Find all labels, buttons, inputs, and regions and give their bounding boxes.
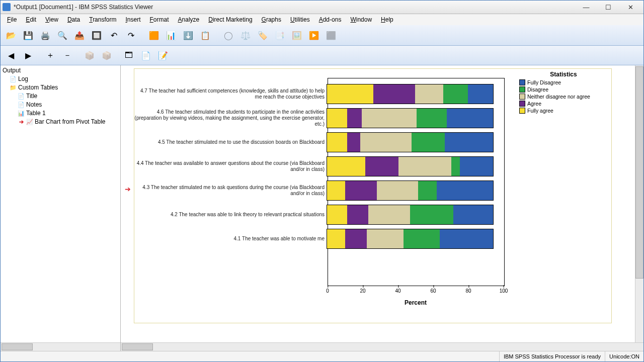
chart-row: 4.2 The teacher was able to link theory … <box>134 205 506 225</box>
show-icon[interactable]: 🗔 <box>121 48 136 63</box>
promote-icon[interactable]: ＋ <box>43 48 58 63</box>
bar-segment <box>347 205 369 224</box>
chart-row: 4.7 The teacher had sufficient competenc… <box>134 84 506 104</box>
bar-segment <box>404 229 440 248</box>
demote-icon[interactable]: － <box>60 48 75 63</box>
viewer-vscroll[interactable] <box>635 65 643 342</box>
bar-segment <box>377 181 419 200</box>
collapse-icon[interactable]: 📦 <box>99 48 114 63</box>
bar-segment <box>327 109 347 128</box>
toolbar-outline: ◀ ▶ ＋ － 📦 📦 🗔 📄 📝 <box>1 46 643 65</box>
select-cases-icon[interactable]: 📋 <box>198 28 213 43</box>
bar-segment <box>368 205 410 224</box>
menu-transform[interactable]: Transform <box>85 15 121 24</box>
menu-edit[interactable]: Edit <box>21 15 41 24</box>
outline-tree[interactable]: Output 📄Log 📁Custom Tables 📄Title 📄Notes… <box>1 65 120 342</box>
current-item-arrow-icon: ➔ <box>125 185 131 193</box>
menu-bar: FileEditViewDataTransformInsertFormatAna… <box>1 14 643 25</box>
outline-node-output[interactable]: Output <box>2 66 119 75</box>
bar-segment <box>437 181 493 200</box>
weight-cases-icon[interactable]: ⚖️ <box>238 28 253 43</box>
toolbar-main: 📂 💾 🖨️ 🔍 📤 🔲 ↶ ↷ 🟧 📊 ⬇️ 📋 ◯ ⚖️ 🏷️ 📑 🖼️ ▶… <box>1 25 643 46</box>
bar-segment <box>412 133 445 152</box>
menu-window[interactable]: Window <box>346 15 376 24</box>
bar-segment <box>410 205 453 224</box>
variables-icon[interactable]: ⬇️ <box>181 28 196 43</box>
split-file-icon[interactable]: ◯ <box>221 28 236 43</box>
viewer-content[interactable]: ➔ Statistics Fully Disagree Disagree Nei… <box>121 65 635 342</box>
menu-utilities[interactable]: Utilities <box>286 15 314 24</box>
close-button[interactable]: ✕ <box>619 2 641 13</box>
minimize-button[interactable]: — <box>575 2 597 13</box>
menu-insert[interactable]: Insert <box>121 15 145 24</box>
export-icon[interactable]: 📤 <box>72 28 87 43</box>
outline-node-bar-chart[interactable]: ➔📈Bar Chart from Pivot Table <box>2 118 119 126</box>
open-icon[interactable]: 📂 <box>4 28 19 43</box>
bar-segment <box>373 84 415 104</box>
goto-data-icon[interactable]: 🟧 <box>146 28 162 43</box>
forward-icon[interactable]: ▶ <box>21 48 36 63</box>
outline-node-table1[interactable]: 📊Table 1 <box>2 109 119 118</box>
outline-node-log[interactable]: 📄Log <box>2 75 119 83</box>
chart-row: 4.6 The teacher stimulated the students … <box>134 108 506 128</box>
chart-object[interactable]: Statistics Fully Disagree Disagree Neith… <box>134 68 612 323</box>
chart-row-label: 4.4 The teacher was available to answer … <box>134 156 327 176</box>
bar-segment <box>451 157 460 176</box>
legend-item: Agree <box>519 100 608 107</box>
table-icon: 📊 <box>18 110 25 117</box>
legend-title: Statistics <box>519 71 608 78</box>
chart-bar <box>327 180 494 201</box>
menu-file[interactable]: File <box>3 15 21 24</box>
status-unicode: Unicode:ON <box>605 351 643 361</box>
chart-row: 4.1 The teacher was able to motivate me <box>134 229 506 249</box>
run-icon[interactable]: ▶️ <box>306 28 321 43</box>
save-icon[interactable]: 💾 <box>21 28 36 43</box>
print-icon[interactable]: 🖨️ <box>38 28 53 43</box>
viewer-hscroll[interactable] <box>121 342 643 351</box>
designate-window-icon[interactable]: 🖼️ <box>289 28 304 43</box>
undo-icon[interactable]: ↶ <box>106 28 121 43</box>
x-tick: 20 <box>360 288 365 294</box>
insert-heading-icon[interactable]: 📄 <box>138 48 153 63</box>
status-processor: IBM SPSS Statistics Processor is ready <box>499 351 605 361</box>
bar-segment <box>327 229 345 248</box>
menu-data[interactable]: Data <box>63 15 85 24</box>
maximize-button[interactable]: ☐ <box>597 2 619 13</box>
print-preview-icon[interactable]: 🔍 <box>55 28 70 43</box>
value-labels-icon[interactable]: 🏷️ <box>255 28 270 43</box>
bar-segment <box>345 181 377 200</box>
menu-view[interactable]: View <box>41 15 63 24</box>
outline-hscroll[interactable] <box>1 342 120 351</box>
menu-help[interactable]: Help <box>376 15 398 24</box>
log-icon: 📄 <box>10 76 17 83</box>
recall-dialog-icon[interactable]: 🔲 <box>89 28 104 43</box>
outline-panel: Output 📄Log 📁Custom Tables 📄Title 📄Notes… <box>1 65 121 351</box>
outline-node-notes[interactable]: 📄Notes <box>2 101 119 109</box>
outline-node-title[interactable]: 📄Title <box>2 92 119 101</box>
bar-segment <box>460 157 493 176</box>
stop-icon[interactable]: ⬛ <box>324 28 339 43</box>
goto-case-icon[interactable]: 📊 <box>164 28 179 43</box>
bar-segment <box>468 84 493 104</box>
expand-icon[interactable]: 📦 <box>82 48 97 63</box>
app-window: *Output1 [Document1] - IBM SPSS Statisti… <box>0 0 644 362</box>
bar-segment <box>440 229 493 248</box>
chart-bar <box>327 132 494 152</box>
menu-analyze[interactable]: Analyze <box>174 15 204 24</box>
title-bar: *Output1 [Document1] - IBM SPSS Statisti… <box>1 1 643 14</box>
chart-row: 4.5 The teacher stimulated me to use the… <box>134 132 506 152</box>
use-sets-icon[interactable]: 📑 <box>272 28 287 43</box>
menu-graphs[interactable]: Graphs <box>257 15 286 24</box>
outline-node-custom-tables[interactable]: 📁Custom Tables <box>2 83 119 92</box>
bar-segment <box>360 133 412 152</box>
insert-text-icon[interactable]: 📝 <box>155 48 171 63</box>
chart-icon: 📈 <box>26 119 33 126</box>
body: Output 📄Log 📁Custom Tables 📄Title 📄Notes… <box>1 65 643 351</box>
bar-segment <box>362 109 417 128</box>
redo-icon[interactable]: ↷ <box>123 28 138 43</box>
menu-add-ons[interactable]: Add-ons <box>314 15 346 24</box>
menu-format[interactable]: Format <box>145 15 174 24</box>
menu-direct-marketing[interactable]: Direct Marketing <box>204 15 257 24</box>
back-icon[interactable]: ◀ <box>4 48 19 63</box>
bar-segment <box>417 109 446 128</box>
